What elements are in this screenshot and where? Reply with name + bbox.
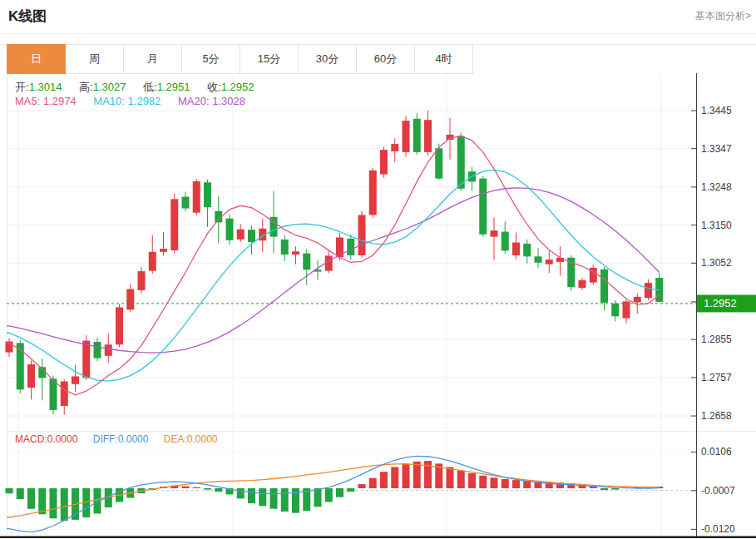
low-value: 1.2951 bbox=[157, 81, 190, 93]
ma10-label: MA10: bbox=[93, 95, 125, 107]
candle-body bbox=[182, 197, 190, 209]
macd-bar bbox=[336, 488, 343, 497]
macd-bar bbox=[369, 478, 377, 488]
macd-bar bbox=[270, 488, 278, 509]
candle-body bbox=[94, 342, 101, 359]
macd-bar bbox=[182, 487, 190, 488]
diff-line bbox=[7, 456, 660, 532]
macd-bar bbox=[237, 488, 245, 498]
candle-body bbox=[72, 376, 79, 383]
open-value: 1.3014 bbox=[29, 81, 62, 93]
candle-body bbox=[126, 289, 134, 310]
macd-bar bbox=[27, 488, 35, 509]
main-axis-labels: 1.34451.33471.32481.31501.30521.28551.27… bbox=[691, 105, 732, 422]
candle-body bbox=[336, 238, 343, 258]
macd-bar bbox=[6, 488, 13, 493]
macd-bar bbox=[502, 479, 509, 488]
candle-body bbox=[380, 150, 388, 174]
price-tick-label: 1.3347 bbox=[701, 143, 732, 155]
macd-bar bbox=[380, 472, 388, 488]
macd-bar bbox=[38, 488, 46, 514]
candle-body bbox=[27, 364, 35, 388]
candle-body bbox=[105, 344, 112, 356]
candle-body bbox=[149, 252, 156, 271]
diff-label: DIFF: bbox=[93, 433, 118, 445]
candle-body bbox=[82, 341, 90, 378]
macd-value: 0.0000 bbox=[47, 433, 78, 445]
low-label: 低: bbox=[143, 81, 157, 93]
time-axis-bar bbox=[0, 537, 756, 539]
macd-bar bbox=[468, 473, 476, 488]
candle-body bbox=[138, 271, 146, 290]
price-tick-label: 1.2757 bbox=[701, 372, 732, 383]
candle-body bbox=[457, 136, 465, 188]
ma10-line bbox=[7, 170, 660, 381]
high-label: 高: bbox=[79, 81, 93, 93]
macd-bar bbox=[17, 488, 24, 499]
macd-bar bbox=[193, 487, 200, 488]
candle-body bbox=[535, 256, 542, 262]
candle-body bbox=[193, 181, 200, 213]
ma20-value: 1.3028 bbox=[212, 95, 245, 107]
candle-body bbox=[204, 182, 211, 207]
candle-body bbox=[391, 144, 398, 151]
ma5-value: 1.2974 bbox=[43, 95, 77, 107]
macd-bar bbox=[347, 488, 354, 492]
close-label: 收: bbox=[207, 81, 221, 93]
candle-body bbox=[435, 148, 442, 178]
candle-body bbox=[237, 230, 245, 240]
macd-bar bbox=[447, 467, 454, 488]
macd-bar bbox=[325, 488, 333, 502]
candle-body bbox=[611, 304, 619, 316]
candle-body bbox=[579, 280, 586, 288]
macd-bar bbox=[512, 480, 520, 488]
macd-bar bbox=[215, 488, 222, 492]
macd-bar bbox=[50, 488, 57, 518]
high-value: 1.3027 bbox=[93, 81, 126, 93]
macd-tick-label: -0.0120 bbox=[701, 523, 735, 535]
candle-body bbox=[502, 232, 509, 251]
last-price-badge: 1.2952 bbox=[697, 294, 756, 312]
macd-bar bbox=[248, 488, 255, 503]
candle-body bbox=[358, 215, 366, 255]
candle-body bbox=[479, 179, 487, 235]
close-value: 1.2952 bbox=[221, 81, 254, 93]
ma-legend: MA5: 1.2974 MA10: 1.2982 MA20: 1.3028 bbox=[15, 95, 259, 107]
candle-body bbox=[61, 382, 68, 406]
dea-value: 0.0000 bbox=[187, 433, 218, 445]
macd-bar bbox=[479, 476, 487, 488]
ma20-label: MA20: bbox=[178, 95, 210, 107]
ma10-value: 1.2982 bbox=[128, 95, 161, 107]
svg-text:1.2952: 1.2952 bbox=[704, 297, 737, 309]
macd-tick-label: 0.0106 bbox=[701, 446, 732, 457]
candle-body bbox=[303, 254, 310, 270]
candle-body bbox=[546, 260, 553, 265]
price-tick-label: 1.3150 bbox=[701, 220, 732, 231]
macd-bar bbox=[281, 488, 289, 512]
macd-axis-labels: 0.0106-0.0007-0.0120 bbox=[691, 446, 735, 535]
candle-body bbox=[403, 121, 410, 152]
macd-bar bbox=[391, 467, 398, 488]
dea-label: DEA: bbox=[164, 433, 187, 445]
candle-body bbox=[369, 171, 377, 215]
price-tick-label: 1.2855 bbox=[701, 334, 732, 345]
macd-legend: MACD:0.0000 DIFF:0.0000 DEA:0.0000 bbox=[15, 433, 230, 445]
candle-body bbox=[248, 230, 255, 242]
macd-bar bbox=[611, 488, 619, 490]
candle-body bbox=[226, 219, 234, 240]
candle-body bbox=[17, 343, 24, 389]
ma5-label: MA5: bbox=[15, 95, 40, 107]
ma20-line bbox=[7, 188, 660, 353]
macd-bar bbox=[314, 488, 322, 507]
candle-body bbox=[116, 307, 123, 344]
candle-body bbox=[512, 243, 520, 255]
macd-bar bbox=[413, 462, 421, 488]
candle-body bbox=[281, 240, 289, 255]
candle-body bbox=[645, 283, 652, 298]
macd-bar bbox=[61, 488, 68, 521]
macd-tick-label: -0.0007 bbox=[701, 485, 735, 497]
price-tick-label: 1.3052 bbox=[701, 257, 732, 269]
candle-body bbox=[623, 301, 630, 318]
macd-bar bbox=[403, 463, 410, 488]
diff-value: 0.0000 bbox=[118, 433, 149, 445]
